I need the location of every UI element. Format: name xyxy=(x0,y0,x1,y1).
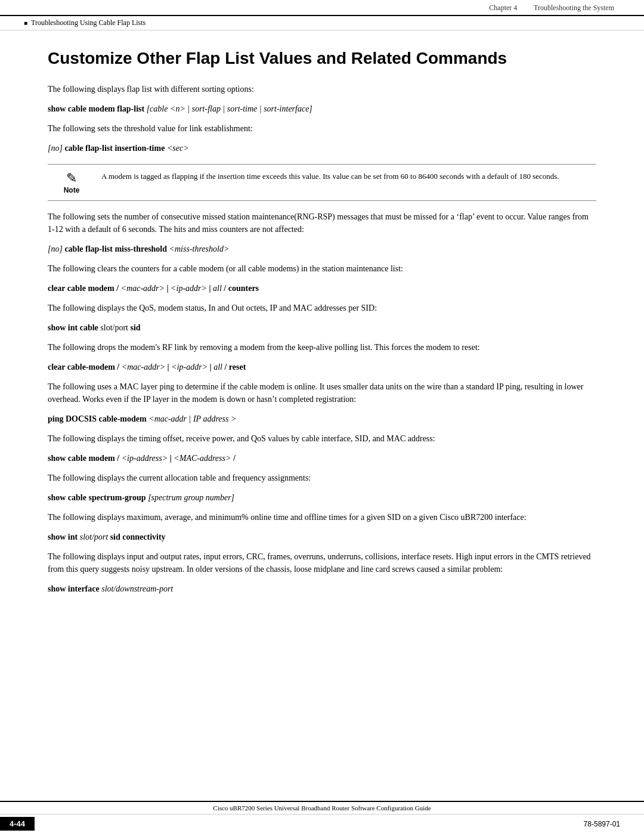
cmd-downstream-italic: slot/downstream-port xyxy=(101,584,173,593)
cmd-show-iface-bold: show interface xyxy=(48,584,100,593)
note-text: A modem is tagged as flapping if the ins… xyxy=(95,171,596,182)
cmd-no2-italic: [no] xyxy=(48,244,63,253)
cmd-ip-addr: <ip-addr> xyxy=(171,284,207,293)
main-content: Customize Other Flap List Values and Rel… xyxy=(0,30,644,638)
cmd-flap-list-bold: cable flap-list insertion-time xyxy=(64,144,166,153)
cmd-all2: all xyxy=(213,363,222,371)
chapter-title-header: Troubleshooting the System xyxy=(534,4,614,12)
header-chapter-label: Chapter 4 Troubleshooting the System xyxy=(489,4,620,13)
paragraph-p1: The following displays flap list with di… xyxy=(48,83,596,95)
cmd-show-int-bold: show int cable xyxy=(48,323,98,332)
cmd-slot-port-italic: slot/port xyxy=(80,532,108,541)
cmd-pipe3: | xyxy=(168,363,169,371)
pencil-icon: ✎ xyxy=(66,172,77,185)
command-ping-docsis: ping DOCSIS cable-modem <mac-addr | IP a… xyxy=(48,413,596,425)
breadcrumb-text: Troubleshooting Using Cable Flap Lists xyxy=(31,18,145,27)
cmd-pipe5: | xyxy=(170,454,172,463)
cmd-sec-italic: <sec> xyxy=(167,144,189,153)
paragraph-p5: The following sets the number of consecu… xyxy=(48,210,596,236)
cmd-ping-addr: <mac-addr | IP address > xyxy=(148,414,236,423)
page-footer: Cisco uBR7200 Series Universal Broadband… xyxy=(0,801,644,833)
cmd-counters: / counters xyxy=(224,284,259,293)
note-box: ✎ Note A modem is tagged as flapping if … xyxy=(48,164,596,201)
paragraph-p7: The following clears the counters for a … xyxy=(48,262,596,275)
cmd-miss-val-italic: <miss-threshold> xyxy=(169,244,230,253)
command-show-int-sid: show int slot/port sid connectivity xyxy=(48,531,596,543)
command-clear-cable-modem: clear cable modem / <mac-addr> | <ip-add… xyxy=(48,282,596,295)
footer-doc-title: Cisco uBR7200 Series Universal Broadband… xyxy=(0,802,644,815)
cmd-ip-address-italic: <ip-address> xyxy=(122,454,168,463)
paragraph-p19: The following displays maximum, average,… xyxy=(48,511,596,524)
cmd-clear2-bold: clear cable-modem / xyxy=(48,363,119,371)
command-clear-cable-modem-reset: clear cable-modem / <mac-addr> | <ip-add… xyxy=(48,361,596,373)
command-show-cable-modem-addr: show cable modem / <ip-address> | <MAC-a… xyxy=(48,452,596,465)
cmd-sid-bold: sid xyxy=(130,323,140,332)
cmd-slash-end: / xyxy=(233,454,236,463)
note-label: Note xyxy=(64,186,80,194)
cmd-ping-bold: ping DOCSIS cable-modem xyxy=(48,414,147,423)
page-title: Customize Other Flap List Values and Rel… xyxy=(48,48,596,69)
paragraph-p21: The following displays input and output … xyxy=(48,550,596,575)
paragraph-p11: The following drops the modem's RF link … xyxy=(48,341,596,354)
command-show-flap-list: show cable modem flap-list [cable <n> | … xyxy=(48,103,596,115)
command-show-spectrum-group: show cable spectrum-group [spectrum grou… xyxy=(48,491,596,504)
footer-doc-title-text: Cisco uBR7200 Series Universal Broadband… xyxy=(213,804,431,812)
cmd-pipe4: | xyxy=(210,363,212,371)
cmd-show-int2-bold: show int xyxy=(48,532,78,541)
cmd-slot-port: slot/port xyxy=(100,323,130,332)
paragraph-p3: The following sets the threshold value f… xyxy=(48,122,596,135)
command-show-int-cable: show int cable slot/port sid xyxy=(48,321,596,334)
chapter-num: Chapter 4 xyxy=(489,4,517,12)
page-header: Chapter 4 Troubleshooting the System xyxy=(0,0,644,16)
cmd-no-italic: [no] xyxy=(48,144,63,153)
paragraph-p15: The following displays the timing offset… xyxy=(48,432,596,445)
command-show-interface: show interface slot/downstream-port xyxy=(48,583,596,595)
cmd-miss-bold: cable flap-list miss-threshold xyxy=(64,244,169,253)
paragraph-p17: The following displays the current alloc… xyxy=(48,472,596,484)
cmd-ip-addr2: <ip-addr> xyxy=(171,363,208,371)
breadcrumb: Troubleshooting Using Cable Flap Lists xyxy=(0,16,644,30)
cmd-pipe1: | xyxy=(166,284,168,293)
cmd-spectrum-italic: [spectrum group number] xyxy=(148,493,234,502)
note-icon-area: ✎ Note xyxy=(48,171,95,194)
command-miss-threshold: [no] cable flap-list miss-threshold <mis… xyxy=(48,243,596,255)
cmd-show-cable-bold: show cable modem / xyxy=(48,454,119,463)
cmd-italic-text: [cable <n> | sort-flap | sort-time | sor… xyxy=(147,104,312,113)
cmd-clear-bold: clear cable modem / xyxy=(48,284,119,293)
cmd-mac-addr: <mac-addr> xyxy=(121,284,165,293)
footer-page-number: 4-44 xyxy=(0,817,35,831)
cmd-pipe2: | xyxy=(209,284,210,293)
cmd-mac-addr2: <mac-addr> xyxy=(122,363,165,371)
footer-bottom: 4-44 78-5897-01 xyxy=(0,815,644,833)
paragraph-p13: The following uses a MAC layer ping to d… xyxy=(48,380,596,405)
cmd-reset: / reset xyxy=(224,363,246,371)
paragraph-p9: The following displays the QoS, modem st… xyxy=(48,302,596,314)
cmd-spectrum-bold: show cable spectrum-group xyxy=(48,493,146,502)
cmd-all: all xyxy=(213,284,222,293)
cmd-bold-text: show cable modem flap-list xyxy=(48,104,144,113)
footer-doc-number: 78-5897-01 xyxy=(584,820,644,828)
cmd-sid-conn-bold: sid connectivity xyxy=(110,532,166,541)
cmd-mac-address-italic: <MAC-address> xyxy=(174,454,231,463)
command-insertion-time: [no] cable flap-list insertion-time <sec… xyxy=(48,142,596,154)
